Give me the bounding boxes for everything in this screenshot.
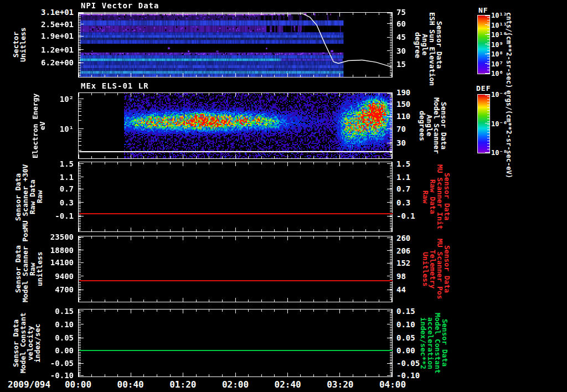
axis-tick [390,316,392,316]
axis-tick [105,156,105,158]
axis-tick [390,198,392,199]
axis-tick [487,42,489,43]
axis-tick [117,310,118,312]
axis-tick [79,284,81,285]
axis-tick [485,44,489,44]
axis-tick [79,220,81,220]
colorbar-title-def: DEF [476,84,491,92]
axis-tick [487,143,489,144]
axis-tick [390,178,392,179]
axis-tick [105,162,105,164]
axis-tick [390,147,392,148]
axis-tick [79,319,81,319]
y2-tick-label: 110 [396,112,410,120]
y-tick-label: 1.1 [27,173,74,181]
axis-tick [261,236,262,239]
axis-tick [209,374,209,376]
axis-tick [196,300,197,302]
axis-tick [131,298,131,302]
axis-tick [391,228,392,231]
axis-tick [390,291,392,291]
axis-tick [222,93,223,95]
axis-tick [387,202,392,203]
axis-tick [391,373,392,376]
axis-tick [390,221,392,222]
axis-tick [222,300,223,302]
axis-tick [79,106,81,106]
axis-tick [485,24,489,25]
y-tick-label: 1.9e+01 [27,32,74,40]
axis-tick [487,61,489,62]
y2-tick-label: 0.7 [396,185,410,193]
axis-tick [248,374,249,376]
axis-tick [79,314,81,314]
axis-tick [79,262,84,263]
axis-tick [79,150,81,151]
y2-tick-label: 190 [396,89,410,96]
axis-tick [248,156,249,158]
axis-tick [390,218,392,219]
y-tick-label: 3.1e+01 [27,8,74,16]
y-tick-label: 10² [27,95,74,103]
axis-tick [79,272,81,273]
y2-tick-label: 15 [396,60,406,68]
axis-tick [390,259,392,260]
axis-tick [390,347,392,348]
axis-tick [79,120,81,121]
axis-tick [390,359,392,359]
colorbar-nf [477,15,490,74]
axis-tick [390,367,392,368]
axis-tick [79,364,81,364]
axis-tick [487,23,489,23]
axis-tick [79,267,81,268]
axis-tick [487,99,489,100]
axis-tick [390,112,392,113]
axis-tick [79,101,81,101]
y2-tick-label: 150 [396,100,410,108]
axis-tick [79,190,81,190]
axis-tick [487,135,489,136]
axis-tick [390,286,392,286]
axis-tick [387,276,392,276]
axis-tick [79,316,81,316]
axis-tick [391,154,392,158]
axis-tick [131,162,131,166]
axis-tick [387,363,392,364]
axis-tick [79,208,81,209]
axis-tick [79,363,84,364]
axis-tick [79,192,81,192]
axis-tick [390,321,392,321]
axis-tick [79,332,81,333]
axis-tick [79,202,84,203]
axis-tick [79,291,81,291]
axis-tick [390,251,392,251]
axis-tick [79,367,81,368]
axis-tick [327,162,327,164]
axis-tick [390,182,392,182]
axis-tick [248,162,249,164]
axis-tick [313,162,314,164]
axis-tick [487,138,489,138]
axis-tick [327,229,327,231]
colorbar-tick-label: 10⁸ [491,50,503,58]
axis-tick [79,170,81,171]
axis-tick [390,183,392,184]
axis-tick [390,200,392,200]
axis-tick [365,374,366,376]
y-tick-label: 4700 [27,286,74,293]
axis-tick [79,180,81,180]
axis-tick [390,352,392,353]
axis-tick [390,185,392,185]
axis-tick [487,113,489,114]
axis-tick [365,229,366,231]
axis-tick [79,310,79,313]
axis-tick [485,54,489,54]
axis-tick [143,374,144,376]
axis-tick [79,216,84,216]
y2-tick-label: -0.05 [396,359,420,367]
axis-tick [390,129,392,130]
axis-tick [487,149,489,149]
axis-tick [183,310,183,313]
axis-tick [487,118,489,119]
axis-tick [353,93,353,95]
